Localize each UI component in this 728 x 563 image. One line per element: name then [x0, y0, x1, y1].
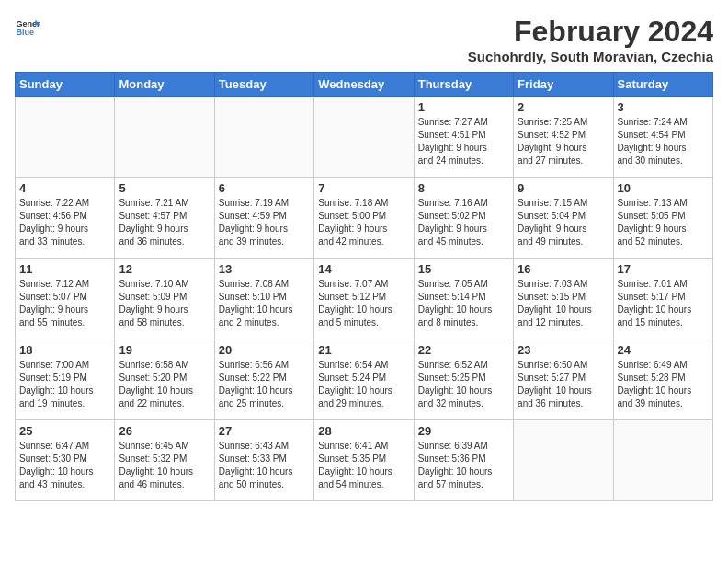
calendar-cell: 1Sunrise: 7:27 AM Sunset: 4:51 PM Daylig…	[414, 97, 513, 178]
day-info: Sunrise: 7:05 AM Sunset: 5:14 PM Dayligh…	[418, 278, 509, 329]
calendar-cell: 2Sunrise: 7:25 AM Sunset: 4:52 PM Daylig…	[514, 97, 613, 178]
day-number: 14	[318, 262, 409, 276]
calendar-cell: 3Sunrise: 7:24 AM Sunset: 4:54 PM Daylig…	[613, 97, 712, 178]
day-info: Sunrise: 7:22 AM Sunset: 4:56 PM Dayligh…	[19, 197, 110, 248]
day-number: 29	[418, 424, 509, 438]
calendar-cell	[115, 97, 214, 178]
weekday-header: Thursday	[414, 73, 513, 97]
day-number: 28	[318, 424, 409, 438]
weekday-header: Friday	[514, 73, 613, 97]
day-info: Sunrise: 7:25 AM Sunset: 4:52 PM Dayligh…	[518, 116, 609, 167]
calendar-cell: 6Sunrise: 7:19 AM Sunset: 4:59 PM Daylig…	[214, 178, 313, 259]
svg-text:Blue: Blue	[16, 28, 34, 37]
day-number: 15	[418, 262, 509, 276]
logo: General Blue	[15, 15, 40, 40]
calendar-cell	[16, 97, 115, 178]
day-info: Sunrise: 7:16 AM Sunset: 5:02 PM Dayligh…	[418, 197, 509, 248]
day-number: 8	[418, 181, 509, 195]
calendar-cell: 21Sunrise: 6:54 AM Sunset: 5:24 PM Dayli…	[314, 339, 414, 420]
day-number: 13	[219, 262, 310, 276]
day-info: Sunrise: 7:24 AM Sunset: 4:54 PM Dayligh…	[618, 116, 709, 167]
day-info: Sunrise: 6:39 AM Sunset: 5:36 PM Dayligh…	[418, 440, 509, 491]
day-number: 4	[19, 181, 110, 195]
day-info: Sunrise: 7:15 AM Sunset: 5:04 PM Dayligh…	[518, 197, 609, 248]
weekday-header-row: SundayMondayTuesdayWednesdayThursdayFrid…	[16, 73, 713, 97]
day-info: Sunrise: 7:08 AM Sunset: 5:10 PM Dayligh…	[219, 278, 310, 329]
weekday-header: Tuesday	[214, 73, 313, 97]
calendar-cell: 26Sunrise: 6:45 AM Sunset: 5:32 PM Dayli…	[115, 420, 214, 501]
day-number: 2	[518, 100, 609, 114]
day-number: 7	[318, 181, 409, 195]
day-info: Sunrise: 7:00 AM Sunset: 5:19 PM Dayligh…	[19, 359, 110, 410]
day-number: 23	[518, 343, 609, 357]
day-number: 18	[19, 343, 110, 357]
day-number: 20	[219, 343, 310, 357]
calendar-cell: 23Sunrise: 6:50 AM Sunset: 5:27 PM Dayli…	[514, 339, 613, 420]
calendar-cell: 9Sunrise: 7:15 AM Sunset: 5:04 PM Daylig…	[514, 178, 613, 259]
day-info: Sunrise: 7:21 AM Sunset: 4:57 PM Dayligh…	[119, 197, 210, 248]
day-number: 9	[518, 181, 609, 195]
day-number: 19	[119, 343, 210, 357]
day-info: Sunrise: 7:19 AM Sunset: 4:59 PM Dayligh…	[219, 197, 310, 248]
day-info: Sunrise: 6:56 AM Sunset: 5:22 PM Dayligh…	[219, 359, 310, 410]
day-number: 12	[119, 262, 210, 276]
week-row: 18Sunrise: 7:00 AM Sunset: 5:19 PM Dayli…	[16, 339, 713, 420]
weekday-header: Wednesday	[314, 73, 414, 97]
day-number: 17	[618, 262, 709, 276]
day-info: Sunrise: 7:03 AM Sunset: 5:15 PM Dayligh…	[518, 278, 609, 329]
weekday-header: Saturday	[613, 73, 712, 97]
day-info: Sunrise: 7:01 AM Sunset: 5:17 PM Dayligh…	[618, 278, 709, 329]
day-number: 5	[119, 181, 210, 195]
calendar-cell: 10Sunrise: 7:13 AM Sunset: 5:05 PM Dayli…	[613, 178, 712, 259]
logo-icon: General Blue	[15, 15, 40, 40]
calendar-cell: 7Sunrise: 7:18 AM Sunset: 5:00 PM Daylig…	[314, 178, 414, 259]
day-number: 27	[219, 424, 310, 438]
calendar-cell: 29Sunrise: 6:39 AM Sunset: 5:36 PM Dayli…	[414, 420, 513, 501]
calendar-cell	[514, 420, 613, 501]
day-info: Sunrise: 7:10 AM Sunset: 5:09 PM Dayligh…	[119, 278, 210, 329]
day-info: Sunrise: 6:50 AM Sunset: 5:27 PM Dayligh…	[518, 359, 609, 410]
calendar: SundayMondayTuesdayWednesdayThursdayFrid…	[15, 72, 713, 501]
calendar-cell: 19Sunrise: 6:58 AM Sunset: 5:20 PM Dayli…	[115, 339, 214, 420]
day-info: Sunrise: 6:43 AM Sunset: 5:33 PM Dayligh…	[219, 440, 310, 491]
calendar-cell: 20Sunrise: 6:56 AM Sunset: 5:22 PM Dayli…	[214, 339, 313, 420]
calendar-cell: 27Sunrise: 6:43 AM Sunset: 5:33 PM Dayli…	[214, 420, 313, 501]
calendar-cell	[214, 97, 313, 178]
day-info: Sunrise: 6:49 AM Sunset: 5:28 PM Dayligh…	[618, 359, 709, 410]
calendar-cell: 24Sunrise: 6:49 AM Sunset: 5:28 PM Dayli…	[613, 339, 712, 420]
day-number: 21	[318, 343, 409, 357]
calendar-cell: 14Sunrise: 7:07 AM Sunset: 5:12 PM Dayli…	[314, 259, 414, 339]
title-area: February 2024 Suchohrdly, South Moravian…	[468, 15, 713, 64]
day-info: Sunrise: 6:52 AM Sunset: 5:25 PM Dayligh…	[418, 359, 509, 410]
weekday-header: Sunday	[16, 73, 115, 97]
weekday-header: Monday	[115, 73, 214, 97]
calendar-cell	[613, 420, 712, 501]
day-info: Sunrise: 7:13 AM Sunset: 5:05 PM Dayligh…	[618, 197, 709, 248]
day-info: Sunrise: 7:27 AM Sunset: 4:51 PM Dayligh…	[418, 116, 509, 167]
calendar-cell: 11Sunrise: 7:12 AM Sunset: 5:07 PM Dayli…	[16, 259, 115, 339]
calendar-cell: 12Sunrise: 7:10 AM Sunset: 5:09 PM Dayli…	[115, 259, 214, 339]
day-number: 24	[618, 343, 709, 357]
calendar-cell: 15Sunrise: 7:05 AM Sunset: 5:14 PM Dayli…	[414, 259, 513, 339]
day-number: 22	[418, 343, 509, 357]
day-number: 3	[618, 100, 709, 114]
calendar-cell: 8Sunrise: 7:16 AM Sunset: 5:02 PM Daylig…	[414, 178, 513, 259]
day-info: Sunrise: 7:07 AM Sunset: 5:12 PM Dayligh…	[318, 278, 409, 329]
day-number: 26	[119, 424, 210, 438]
calendar-cell: 25Sunrise: 6:47 AM Sunset: 5:30 PM Dayli…	[16, 420, 115, 501]
calendar-cell: 13Sunrise: 7:08 AM Sunset: 5:10 PM Dayli…	[214, 259, 313, 339]
calendar-cell: 22Sunrise: 6:52 AM Sunset: 5:25 PM Dayli…	[414, 339, 513, 420]
day-info: Sunrise: 6:58 AM Sunset: 5:20 PM Dayligh…	[119, 359, 210, 410]
day-info: Sunrise: 7:18 AM Sunset: 5:00 PM Dayligh…	[318, 197, 409, 248]
calendar-cell: 16Sunrise: 7:03 AM Sunset: 5:15 PM Dayli…	[514, 259, 613, 339]
calendar-cell: 18Sunrise: 7:00 AM Sunset: 5:19 PM Dayli…	[16, 339, 115, 420]
month-year: February 2024	[468, 15, 713, 49]
day-number: 6	[219, 181, 310, 195]
day-number: 10	[618, 181, 709, 195]
week-row: 1Sunrise: 7:27 AM Sunset: 4:51 PM Daylig…	[16, 97, 713, 178]
calendar-cell: 5Sunrise: 7:21 AM Sunset: 4:57 PM Daylig…	[115, 178, 214, 259]
week-row: 25Sunrise: 6:47 AM Sunset: 5:30 PM Dayli…	[16, 420, 713, 501]
week-row: 4Sunrise: 7:22 AM Sunset: 4:56 PM Daylig…	[16, 178, 713, 259]
day-number: 1	[418, 100, 509, 114]
day-info: Sunrise: 6:41 AM Sunset: 5:35 PM Dayligh…	[318, 440, 409, 491]
